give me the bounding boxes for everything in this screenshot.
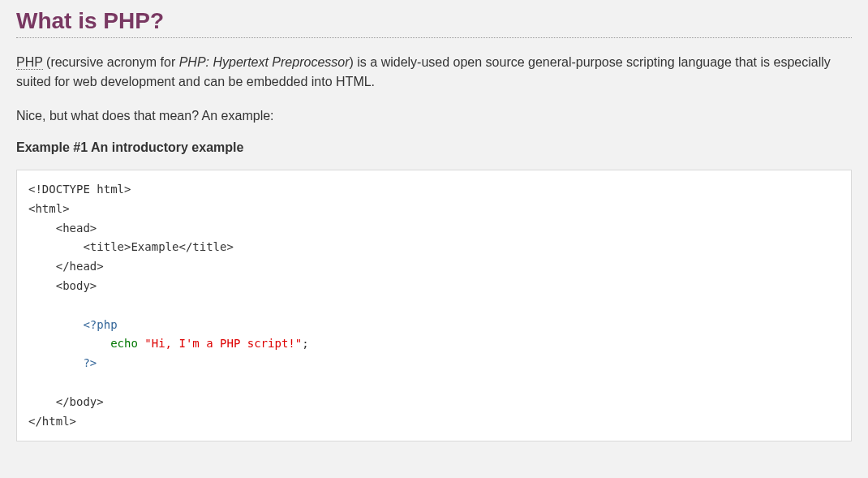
code-php-close: ?> xyxy=(28,356,97,369)
code-line: </html> xyxy=(28,415,76,428)
code-punct: ; xyxy=(302,337,308,350)
intro-text-1: (recursive acronym for xyxy=(43,55,179,69)
code-keyword: echo xyxy=(110,337,144,350)
code-line: <head> xyxy=(28,222,97,235)
php-abbr: PHP xyxy=(16,55,43,70)
code-line: </title> xyxy=(178,240,233,253)
code-line: <title> xyxy=(28,240,131,253)
code-block: <!DOCTYPE html> <html> <head> <title>Exa… xyxy=(16,170,852,441)
example-lead-paragraph: Nice, but what does that mean? An exampl… xyxy=(16,106,852,126)
code-text: Example xyxy=(131,240,178,253)
code-indent xyxy=(28,337,110,350)
php-fullform: PHP: Hypertext Preprocessor xyxy=(179,55,350,69)
code-php-open: <?php xyxy=(28,318,118,331)
code-line: </head> xyxy=(28,260,104,273)
code-string: "Hi, I'm a PHP script!" xyxy=(144,337,302,350)
code-line: <html> xyxy=(28,202,70,215)
intro-paragraph: PHP (recursive acronym for PHP: Hypertex… xyxy=(16,53,852,92)
code-line: <body> xyxy=(28,279,97,292)
page-title: What is PHP? xyxy=(16,8,852,38)
code-line: </body> xyxy=(28,395,104,408)
code-line: <!DOCTYPE html> xyxy=(28,183,131,196)
example-title: Example #1 An introductory example xyxy=(16,140,852,155)
